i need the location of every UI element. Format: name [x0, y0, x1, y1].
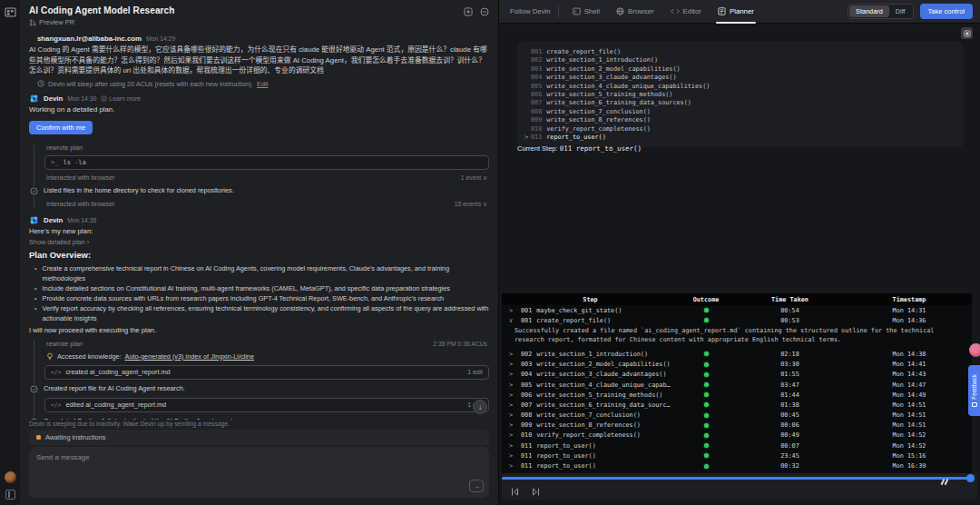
- bulb-icon: [46, 352, 54, 361]
- tab-planner[interactable]: Planner: [710, 0, 762, 24]
- row-chevron-icon[interactable]: >: [509, 442, 516, 450]
- session-title: AI Coding Agent Model Research: [29, 5, 174, 15]
- plan-outro-text: I will now proceed with executing the pl…: [29, 326, 489, 334]
- view-diff-option[interactable]: Diff: [889, 5, 912, 17]
- tab-shell[interactable]: Shell: [564, 0, 608, 24]
- action-group-1: rewrote plan >_ ls -la Interacted with b…: [29, 142, 489, 211]
- tab-editor[interactable]: Editor: [662, 0, 710, 24]
- row-chevron-icon[interactable]: >: [509, 351, 516, 358]
- rewrote-plan-row[interactable]: rewrote plan: [44, 142, 489, 154]
- knowledge-link[interactable]: Auto-generated (v3) index of Jingxin-Li/…: [125, 352, 254, 361]
- show-detailed-plan-link[interactable]: Show detailed plan ›: [29, 238, 489, 246]
- outcome-success-dot: [704, 318, 709, 322]
- learn-more-link[interactable]: Learn more: [101, 95, 141, 102]
- step-row[interactable]: >010verify_report_completeness()00:49Mon…: [502, 431, 972, 441]
- file-edit-box[interactable]: </>edited ai_coding_agent_report.md1 edi…: [44, 398, 489, 412]
- step-row[interactable]: >004write_section_3_claude_advantages()0…: [502, 370, 972, 380]
- step-row[interactable]: >001maybe_check_git_state()00:54Mon 14:3…: [502, 305, 972, 315]
- file-edit-box[interactable]: </>created ai_coding_agent_report.md1 ed…: [44, 365, 489, 380]
- message-composer[interactable]: Send a message →: [29, 447, 489, 498]
- check-icon: [29, 384, 39, 394]
- skip-back-button[interactable]: [510, 484, 520, 494]
- row-chevron-icon[interactable]: >: [509, 462, 516, 470]
- acu-sleep-notice: Devin will sleep after using 20 ACUs (re…: [29, 80, 489, 88]
- edit-acu-link[interactable]: Edit: [257, 80, 268, 88]
- timeline-track[interactable]: [502, 477, 970, 480]
- tab-browser[interactable]: Browser: [608, 0, 662, 24]
- plan-intro-text: Here's my new plan:: [29, 227, 489, 235]
- plan-code-line: >011report_to_user(): [524, 134, 956, 142]
- preview-pr-label: Preview PR: [39, 18, 74, 26]
- awaiting-label: Awaiting instructions: [45, 433, 105, 441]
- code-icon: [671, 7, 680, 15]
- acu-sleep-text: Devin will sleep after using 20 ACUs (re…: [48, 80, 253, 88]
- outcome-success-dot: [704, 402, 709, 407]
- outcome-success-dot: [704, 413, 709, 418]
- step-row[interactable]: >006write_section_5_training_methods()01…: [502, 390, 972, 400]
- browser-interaction-row[interactable]: Interacted with browser 1 event ∨: [44, 172, 489, 184]
- outcome-success-dot: [704, 352, 709, 356]
- row-chevron-icon[interactable]: ∨: [509, 317, 516, 324]
- app-root: AI Coding Agent Model Research Preview P…: [0, 0, 980, 505]
- chat-message-list: shangxuan.lr@alibaba-inc.com Mon 14:29 A…: [20, 28, 498, 420]
- step-row[interactable]: ∨001create_report_file()00:53Mon 14:36: [502, 315, 972, 325]
- send-button[interactable]: →: [469, 480, 484, 492]
- feedback-tab[interactable]: Feedback: [968, 365, 980, 416]
- timeline-handle[interactable]: [966, 474, 975, 482]
- terminal-command-box[interactable]: >_ ls -la: [44, 155, 489, 170]
- step-row[interactable]: >005write_section_4_claude_unique_capab……: [502, 380, 972, 390]
- row-chevron-icon[interactable]: >: [509, 371, 516, 378]
- step-row[interactable]: >007write_section_6_training_data_sourc……: [502, 400, 972, 410]
- step-row[interactable]: >011report_to_user()00:07Mon 14:52: [502, 441, 972, 451]
- skip-forward-button[interactable]: [531, 484, 541, 494]
- devin-status-text: Working on a detailed plan.: [29, 105, 489, 114]
- row-chevron-icon[interactable]: >: [509, 361, 516, 368]
- user-avatar[interactable]: [5, 471, 16, 483]
- awaiting-instructions-bar: Awaiting instructions: [29, 430, 489, 445]
- composer-placeholder: Send a message: [36, 453, 482, 461]
- user-message-header: shangxuan.lr@alibaba-inc.com Mon 14:29: [29, 35, 489, 43]
- view-mode-toggle: Standard Diff: [848, 4, 913, 19]
- row-chevron-icon[interactable]: >: [509, 381, 516, 389]
- step-row[interactable]: >011report_to_user()23:45Mon 15:16: [502, 451, 972, 460]
- devin-name: Devin: [44, 216, 63, 224]
- step-row[interactable]: >002write_section_1_introduction()02:18M…: [502, 349, 972, 359]
- row-chevron-icon[interactable]: >: [509, 391, 516, 399]
- chat-widget-badge[interactable]: [969, 343, 980, 357]
- follow-devin-button[interactable]: Follow Devin: [506, 7, 558, 15]
- row-chevron-icon[interactable]: >: [509, 452, 516, 460]
- plan-code-line: 005write_section_4_claude_unique_capabil…: [524, 83, 956, 91]
- step-row[interactable]: >011report_to_user()00:32Mon 16:39: [502, 460, 972, 470]
- panel-layout-icon[interactable]: [961, 27, 973, 39]
- row-chevron-icon[interactable]: >: [509, 421, 516, 429]
- scroll-to-bottom-button[interactable]: ↓: [473, 400, 487, 414]
- steps-table-body: >001maybe_check_git_state()00:54Mon 14:3…: [502, 305, 972, 471]
- snooze-icon[interactable]: [480, 7, 489, 16]
- confirm-with-me-button[interactable]: Confirm with me: [29, 121, 93, 134]
- step-row[interactable]: >003write_section_2_model_capabilities()…: [502, 360, 972, 370]
- row-chevron-icon[interactable]: >: [509, 411, 516, 419]
- timeline-bar: [502, 473, 977, 500]
- outcome-success-dot: [704, 308, 709, 312]
- browser-interaction-row[interactable]: Interacted with browser 15 events ∨: [44, 198, 489, 211]
- devin-logo-icon: [29, 94, 39, 104]
- preview-pr-button[interactable]: Preview PR: [29, 18, 174, 26]
- devin-timestamp: Mon 14:35: [67, 217, 96, 223]
- rewrote-plan-row[interactable]: rewrote plan 2:35 PM 0.36 ACUs: [44, 338, 489, 351]
- step-expanded-note: Successfully created a file named `ai_co…: [502, 325, 960, 349]
- chat-header: AI Coding Agent Model Research Preview P…: [20, 0, 498, 28]
- row-chevron-icon[interactable]: >: [509, 431, 516, 439]
- outcome-success-dot: [704, 382, 709, 387]
- step-row[interactable]: >009write_section_8_references()00:06Mon…: [502, 421, 972, 431]
- step-row[interactable]: >008write_section_7_conclusion()00:45Mon…: [502, 411, 972, 421]
- view-standard-option[interactable]: Standard: [849, 5, 889, 17]
- take-control-button[interactable]: Take control: [920, 4, 973, 19]
- org-logo-icon[interactable]: [5, 5, 16, 17]
- row-chevron-icon[interactable]: >: [509, 401, 516, 409]
- action-group-2: rewrote plan 2:35 PM 0.36 ACUs Accessed …: [29, 338, 489, 421]
- devin-logo-icon: [29, 215, 39, 225]
- current-step: Current Step: 011 report_to_user(): [517, 144, 642, 153]
- new-session-icon[interactable]: [464, 7, 473, 16]
- row-chevron-icon[interactable]: >: [509, 307, 516, 314]
- sidebar-toggle-icon[interactable]: [5, 490, 15, 500]
